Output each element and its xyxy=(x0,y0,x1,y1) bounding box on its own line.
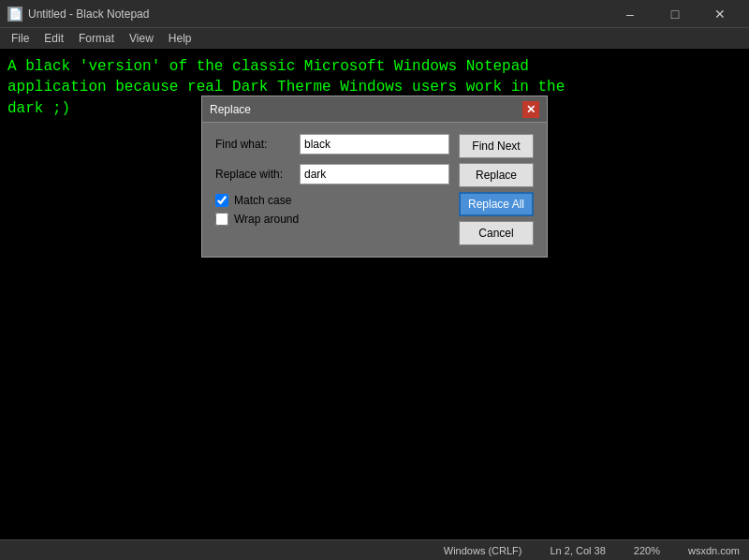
replace-all-button[interactable]: Replace All xyxy=(459,192,534,216)
match-case-checkbox[interactable] xyxy=(215,194,228,207)
checks-col: Match case Wrap around xyxy=(215,194,449,226)
maximize-button[interactable]: □ xyxy=(654,0,697,28)
find-row: Find what: xyxy=(215,134,449,155)
dialog-buttons: Find Next Replace Replace All Cancel xyxy=(459,134,534,245)
replace-input[interactable] xyxy=(300,164,449,184)
match-case-row: Match case xyxy=(215,194,449,207)
menu-view[interactable]: View xyxy=(122,30,161,47)
dialog-title-text: Replace xyxy=(210,103,251,116)
menu-help[interactable]: Help xyxy=(161,30,199,47)
find-label: Find what: xyxy=(215,138,300,151)
cancel-button[interactable]: Cancel xyxy=(459,221,534,245)
find-next-button[interactable]: Find Next xyxy=(459,134,534,158)
fields-col: Find what: Replace with: Match case xyxy=(215,134,449,231)
dialog-close-button[interactable]: ✕ xyxy=(522,101,539,118)
dialog-body: Find what: Replace with: Match case xyxy=(202,123,547,257)
menu-format[interactable]: Format xyxy=(71,30,122,47)
status-encoding: Windows (CRLF) xyxy=(444,545,522,556)
replace-label: Replace with: xyxy=(215,168,300,181)
replace-row: Replace with: xyxy=(215,164,449,184)
wrap-around-checkbox[interactable] xyxy=(215,213,228,226)
title-bar: 📄 Untitled - Black Notepad – □ ✕ xyxy=(0,0,749,28)
title-text: Untitled - Black Notepad xyxy=(28,7,149,21)
wrap-around-row: Wrap around xyxy=(215,213,449,226)
title-bar-left: 📄 Untitled - Black Notepad xyxy=(7,7,149,22)
status-zoom: 220% xyxy=(634,545,660,556)
dialog-overlay: Replace ✕ Find what: Replace with: xyxy=(0,49,749,539)
notepad-icon: 📄 xyxy=(7,7,22,22)
minimize-button[interactable]: – xyxy=(609,0,652,28)
menu-edit[interactable]: Edit xyxy=(37,30,71,47)
status-brand: wsxdn.com xyxy=(688,545,740,556)
menu-file[interactable]: File xyxy=(4,30,37,47)
match-case-label: Match case xyxy=(234,194,291,207)
title-bar-controls: – □ ✕ xyxy=(609,0,742,28)
dialog-title-bar[interactable]: Replace ✕ xyxy=(202,96,547,123)
status-position: Ln 2, Col 38 xyxy=(551,545,606,556)
fields-and-buttons: Find what: Replace with: Match case xyxy=(215,134,534,245)
menu-bar: File Edit Format View Help xyxy=(0,28,749,49)
close-button[interactable]: ✕ xyxy=(698,0,742,28)
wrap-around-label: Wrap around xyxy=(234,213,299,226)
find-input[interactable] xyxy=(300,134,449,155)
status-bar: Windows (CRLF) Ln 2, Col 38 220% wsxdn.c… xyxy=(0,539,749,560)
editor-area[interactable]: A black 'version' of the classic Microso… xyxy=(0,49,749,539)
replace-dialog: Replace ✕ Find what: Replace with: xyxy=(201,96,548,258)
replace-button[interactable]: Replace xyxy=(459,163,534,187)
